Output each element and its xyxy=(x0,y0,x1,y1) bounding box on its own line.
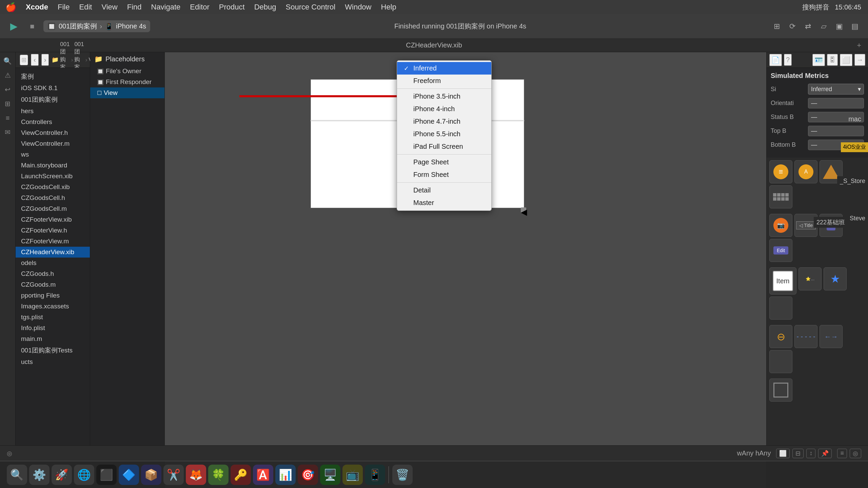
search-nav-button[interactable]: 🔍 xyxy=(2,55,14,67)
menu-editor[interactable]: Editor xyxy=(190,3,209,12)
menu-xcode[interactable]: Xcode xyxy=(26,3,48,12)
dock-safari[interactable]: 🌐 xyxy=(74,465,94,485)
menu-debug[interactable]: Debug xyxy=(254,3,276,12)
nav-back-button[interactable]: ‹ xyxy=(31,54,39,66)
search-filter-button[interactable]: ◎ xyxy=(850,449,861,458)
sidebar-item-controllers[interactable]: Controllers xyxy=(16,117,90,127)
issue-nav-button[interactable]: ✉ xyxy=(2,126,14,138)
dock-item-13[interactable]: 📊 xyxy=(275,465,296,485)
pin-button[interactable]: 📌 xyxy=(818,449,832,458)
sidebar-item-czheaderview-xib[interactable]: CZHeaderView.xib xyxy=(16,247,90,258)
widget-text-view[interactable]: ≡ xyxy=(769,160,792,183)
layout-button[interactable]: ⟳ xyxy=(786,20,799,33)
topbar-value[interactable]: — xyxy=(808,126,864,136)
dock-trash[interactable]: 🗑️ xyxy=(392,465,413,485)
dock-item-14[interactable]: 🎯 xyxy=(298,465,318,485)
widget-star-detail[interactable]: ⭐… xyxy=(798,267,822,290)
inspector-toggle-button[interactable]: ▱ xyxy=(817,20,830,33)
dropdown-item-iphone4[interactable]: iPhone 4-inch xyxy=(397,103,491,115)
widget-label[interactable]: A xyxy=(794,160,817,183)
widget-edit-button[interactable]: Edit xyxy=(769,239,792,262)
dock-item-10[interactable]: 🍀 xyxy=(208,465,229,485)
assistant-toggle-button[interactable]: ▣ xyxy=(833,20,846,33)
menu-find[interactable]: Find xyxy=(127,3,142,12)
sidebar-item-tests[interactable]: 001团购案例Tests xyxy=(16,344,90,357)
menu-edit[interactable]: Edit xyxy=(79,3,92,12)
nav-forward-button[interactable]: › xyxy=(41,54,49,66)
constrain-button[interactable]: ⊟ xyxy=(792,449,804,458)
sidebar-item-viewcontroller-h[interactable]: ViewController.h xyxy=(16,127,90,138)
widget-minus-circle[interactable]: ⊖ xyxy=(769,325,792,348)
size-dropdown-trigger[interactable]: Inferred ▾ xyxy=(808,84,864,95)
sidebar-item-ucts[interactable]: ucts xyxy=(16,357,90,367)
widget-item-label[interactable]: Item xyxy=(769,267,796,294)
dock-system-prefs[interactable]: ⚙️ xyxy=(29,465,50,485)
menu-file[interactable]: File xyxy=(58,3,70,12)
sidebar-item-main-storyboard[interactable]: Main.storyboard xyxy=(16,160,90,171)
tree-item-view[interactable]: ☐ View xyxy=(90,87,164,98)
connections-inspector-button[interactable]: → xyxy=(854,54,865,66)
run-button[interactable]: ▶ xyxy=(7,19,21,34)
menu-product[interactable]: Product xyxy=(219,3,245,12)
dock-item-16[interactable]: 📺 xyxy=(342,465,363,485)
tree-item-filesowner[interactable]: 🔲 File's Owner xyxy=(90,66,164,77)
file-inspector-button[interactable]: 📄 xyxy=(769,54,782,66)
canvas-resize-handle[interactable]: ◀ xyxy=(521,207,526,213)
sidebar-item-cases[interactable]: 案例 xyxy=(16,70,90,83)
dock-terminal[interactable]: ⬛ xyxy=(96,465,117,485)
device-orientation-button[interactable]: ⇄ xyxy=(802,20,814,33)
sidebar-item-project[interactable]: 001团购案例 xyxy=(16,94,90,106)
sidebar-item-hers[interactable]: hers xyxy=(16,106,90,117)
symbol-nav-button[interactable]: ⊞ xyxy=(2,98,14,110)
dropdown-item-detail[interactable]: Detail xyxy=(397,184,491,197)
help-inspector-button[interactable]: ? xyxy=(784,54,792,66)
navigator-toggle-button[interactable]: ⊞ xyxy=(770,20,783,33)
attributes-inspector-button[interactable]: 🎛 xyxy=(827,54,838,66)
tree-item-firstresponder[interactable]: 🔲 First Responder xyxy=(90,77,164,87)
dock-item-8[interactable]: ✂️ xyxy=(163,465,184,485)
menu-navigate[interactable]: Navigate xyxy=(151,3,181,12)
sidebar-item-czgoodscell-xib[interactable]: CZGoodsCell.xib xyxy=(16,182,90,192)
dock-item-17[interactable]: 📱 xyxy=(365,465,385,485)
menu-view[interactable]: View xyxy=(101,3,117,12)
widget-square-view[interactable] xyxy=(769,379,792,402)
dock-item-7[interactable]: 📦 xyxy=(141,465,161,485)
widget-arrow-h[interactable]: ←→ xyxy=(820,325,843,348)
sidebar-item-czgoods-m[interactable]: CZGoods.m xyxy=(16,279,90,290)
widget-big-star[interactable]: ★ xyxy=(824,267,847,290)
dock-item-15[interactable]: 🖥️ xyxy=(320,465,340,485)
dock-item-12[interactable]: 🅰️ xyxy=(253,465,273,485)
version-toggle-button[interactable]: ▤ xyxy=(848,20,861,33)
widget-empty-5[interactable] xyxy=(769,350,792,373)
sidebar-item-viewcontroller-m[interactable]: ViewController.m xyxy=(16,138,90,149)
dropdown-item-ipad-full[interactable]: iPad Full Screen xyxy=(397,140,491,153)
menu-help[interactable]: Help xyxy=(381,3,396,12)
widget-grid[interactable] xyxy=(769,185,792,208)
sidebar-item-odels[interactable]: odels xyxy=(16,258,90,268)
sidebar-item-czfooterview-xib[interactable]: CZFooterView.xib xyxy=(16,214,90,225)
size-inspector-button[interactable]: ⬜ xyxy=(840,54,852,66)
zoom-button[interactable]: ↕ xyxy=(806,449,815,458)
widget-camera[interactable]: 📷 xyxy=(769,214,792,237)
find-nav-button[interactable]: ≡ xyxy=(2,112,14,124)
sidebar-item-launch[interactable]: LaunchScreen.xib xyxy=(16,171,90,182)
dock-finder[interactable]: 🔍 xyxy=(7,465,27,485)
dock-item-9[interactable]: 🦊 xyxy=(186,465,206,485)
menu-window[interactable]: Window xyxy=(345,3,371,12)
warning-nav-button[interactable]: ⚠ xyxy=(2,69,14,81)
sidebar-item-images[interactable]: Images.xcassets xyxy=(16,301,90,312)
source-nav-button[interactable]: ↩ xyxy=(2,83,14,96)
identity-inspector-button[interactable]: 🪪 xyxy=(812,54,825,66)
widget-dots-h[interactable]: - - - - - xyxy=(794,325,817,348)
dock-item-6[interactable]: 🔷 xyxy=(119,465,139,485)
dropdown-item-form-sheet[interactable]: Form Sheet xyxy=(397,168,491,181)
dock-launchpad[interactable]: 🚀 xyxy=(52,465,72,485)
widget-empty-4[interactable] xyxy=(769,297,792,320)
sidebar-item-main[interactable]: main.m xyxy=(16,333,90,344)
sidebar-item-czgoodscell-h[interactable]: CZGoodsCell.h xyxy=(16,192,90,203)
sidebar-item-ws[interactable]: ws xyxy=(16,149,90,160)
orientation-value[interactable]: — xyxy=(808,98,864,108)
stop-button[interactable]: ■ xyxy=(25,19,39,34)
sidebar-item-pporting[interactable]: pporting Files xyxy=(16,290,90,301)
list-view-button[interactable]: ≡ xyxy=(837,449,847,458)
